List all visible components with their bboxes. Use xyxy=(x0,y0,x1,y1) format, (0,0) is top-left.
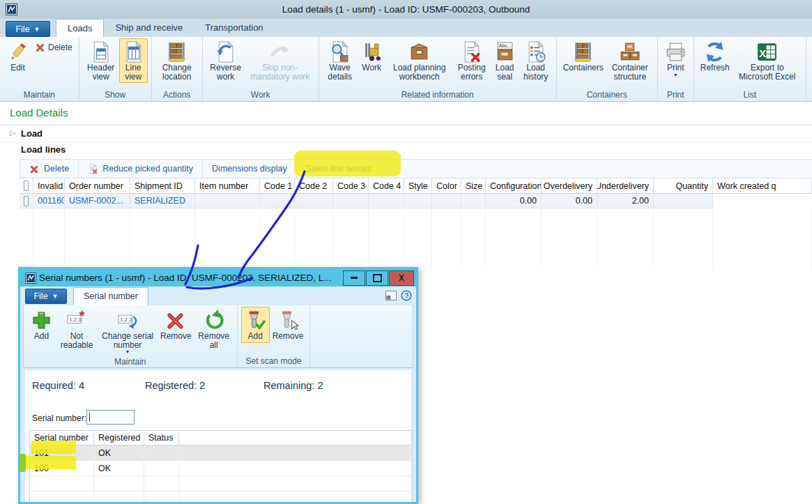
file-menu-button[interactable]: File▼ xyxy=(6,21,50,37)
column-header-filler xyxy=(179,431,412,445)
select-all-checkbox-cell[interactable] xyxy=(20,178,33,194)
column-header-overdelivery[interactable]: Overdelivery xyxy=(542,178,597,194)
column-header-color[interactable]: Color xyxy=(432,178,461,194)
dialog-content: Required: 4 Registered: 2 Remaining: 2 S… xyxy=(25,370,411,502)
column-header-code-3[interactable]: Code 3 xyxy=(333,178,369,194)
chevron-down-icon: ▼ xyxy=(52,293,59,300)
select-all-checkbox[interactable] xyxy=(24,181,29,191)
dialog-file-menu-button[interactable]: File▼ xyxy=(25,289,67,304)
svg-text:*: * xyxy=(79,309,84,323)
cell-code-2 xyxy=(260,194,295,208)
serials-grid-header: Serial numberRegisteredStatus xyxy=(30,431,412,445)
tab-loads[interactable]: Loads xyxy=(56,19,104,37)
edit-button[interactable]: Edit xyxy=(3,38,32,75)
sales-line-serials-button[interactable]: Sales line serials xyxy=(297,160,381,178)
column-header-style[interactable]: Style xyxy=(404,178,432,194)
column-header-serial-number[interactable]: Serial number xyxy=(30,431,94,445)
remove-all-button[interactable]: Remove all xyxy=(194,307,233,351)
column-header-work-created-q[interactable]: Work created q xyxy=(713,178,812,194)
forklift-icon xyxy=(360,40,383,63)
dialog-tab-serial-number[interactable]: Serial number xyxy=(73,287,148,306)
svg-text:1,2,3: 1,2,3 xyxy=(120,316,132,323)
tab-transportation[interactable]: Transportation xyxy=(194,19,274,37)
delete-button[interactable]: Delete xyxy=(32,40,75,55)
close-button[interactable]: X xyxy=(389,270,414,286)
serial-number-input[interactable] xyxy=(86,410,135,425)
ribbon-group-print: Print▾Print xyxy=(658,37,694,101)
work-button[interactable]: Work xyxy=(358,38,386,75)
ribbon-group-label: Actions xyxy=(155,89,199,101)
cell-work-created-q xyxy=(654,194,713,208)
column-header-code-2[interactable]: Code 2 xyxy=(295,178,333,194)
cell-item-number[interactable]: SERIALIZED xyxy=(130,194,195,208)
rack-icon xyxy=(572,40,595,63)
chevron-down-icon: ▼ xyxy=(34,26,40,33)
column-header-invalid[interactable]: Invalid xyxy=(33,178,65,194)
ribbon-group-work: Reverse workSkip non-mandatory workWork xyxy=(203,37,319,101)
cell-color xyxy=(404,194,432,208)
printer-icon xyxy=(664,40,687,63)
header-view-button[interactable]: Header view xyxy=(83,38,119,83)
serial-row[interactable]: 101OK xyxy=(30,445,412,461)
remove-button[interactable]: Remove xyxy=(270,307,307,343)
maximize-button[interactable] xyxy=(366,270,388,286)
change-serial-number-button[interactable]: 1,2,3Change serial number▾ xyxy=(98,307,158,356)
export-to-microsoft-excel-button[interactable]: XExport to Microsoft Excel xyxy=(733,38,802,83)
column-header-code-1[interactable]: Code 1 xyxy=(260,178,295,194)
line-view-button[interactable]: Line view xyxy=(119,38,148,83)
column-header-code-4[interactable]: Code 4 xyxy=(369,178,404,194)
column-header-configuration[interactable]: Configuration xyxy=(486,178,542,194)
remove-button[interactable]: Remove xyxy=(158,307,194,343)
serial-row[interactable]: 100OK xyxy=(30,461,412,476)
svg-text:X: X xyxy=(759,48,766,59)
wave-details-button[interactable]: Wave details xyxy=(323,38,358,83)
posting-errors-button[interactable]: Posting errors xyxy=(453,38,491,83)
add-button[interactable]: Add xyxy=(241,307,270,343)
column-header-quantity[interactable]: Quantity xyxy=(654,178,713,194)
boxes-stack-icon xyxy=(618,40,641,63)
column-header-shipment-id[interactable]: Shipment ID xyxy=(130,178,195,194)
add-button[interactable]: Add xyxy=(27,307,56,343)
load-planning-workbench-button[interactable]: Load planning workbench xyxy=(386,38,453,83)
panes-layout-icon[interactable] xyxy=(385,291,397,303)
container-structure-button[interactable]: Container structure xyxy=(606,38,654,83)
main-ribbon: EditDeleteMaintainHeader viewLine viewSh… xyxy=(0,37,812,102)
column-header-status[interactable]: Status xyxy=(144,431,179,445)
serial-numbers-dialog: Serial numbers (1 - usmf) - Load ID: USM… xyxy=(18,267,418,504)
ribbon-group-label: List xyxy=(698,89,802,101)
load-lines-toolbar: DeleteReduce picked quantityDimensions d… xyxy=(20,159,812,178)
cell-order-number[interactable]: 001160 xyxy=(33,194,65,208)
print-button[interactable]: Print▾ xyxy=(661,38,690,79)
column-header-item-number[interactable]: Item number xyxy=(195,178,260,194)
row-checkbox-cell[interactable] xyxy=(20,194,33,208)
skip-non-mandatory-work-button[interactable]: Skip non-mandatory work xyxy=(245,38,315,83)
reduce-picked-quantity-button[interactable]: Reduce picked quantity xyxy=(79,160,203,178)
load-section-header[interactable]: ▷ Load xyxy=(0,125,812,143)
delete-button[interactable]: Delete xyxy=(20,160,79,178)
expander-triangle-icon[interactable]: ▷ xyxy=(10,128,15,137)
row-checkbox[interactable] xyxy=(24,196,29,206)
dimensions-display-button[interactable]: Dimensions display xyxy=(203,160,297,178)
cell-serial-number: 101 xyxy=(30,445,94,461)
refresh-button[interactable]: Refresh xyxy=(698,38,733,75)
column-header-registered[interactable]: Registered xyxy=(94,431,144,445)
cell-overdelivery: 0.00 xyxy=(486,194,542,208)
green-plus-icon xyxy=(30,309,53,332)
load-seal-button[interactable]: Abc...Load seal xyxy=(491,38,519,83)
change-location-button[interactable]: Change location xyxy=(155,38,199,83)
not-readable-button[interactable]: 1,2,3*Not readable xyxy=(56,307,98,351)
help-icon[interactable]: ? xyxy=(401,290,412,304)
tab-ship-and-receive[interactable]: Ship and receive xyxy=(104,19,194,37)
load-history-button[interactable]: Load history xyxy=(519,38,553,83)
ribbon-group-maintain: EditDeleteMaintain xyxy=(0,37,79,101)
reverse-work-button[interactable]: Reverse work xyxy=(206,38,245,83)
minimize-button[interactable] xyxy=(343,270,365,286)
dialog-tab-row: File▼ Serial number ? xyxy=(20,287,416,305)
cell-shipment-id[interactable]: USMF-0002... xyxy=(65,194,130,208)
column-header-size[interactable]: Size xyxy=(461,178,486,194)
containers-button[interactable]: Containers xyxy=(560,38,606,75)
ribbon-group-label: Containers xyxy=(560,89,654,101)
column-header-underdelivery[interactable]: Underdelivery xyxy=(597,178,654,194)
line-view-icon xyxy=(122,40,145,63)
column-header-order-number[interactable]: Order number xyxy=(65,178,130,194)
